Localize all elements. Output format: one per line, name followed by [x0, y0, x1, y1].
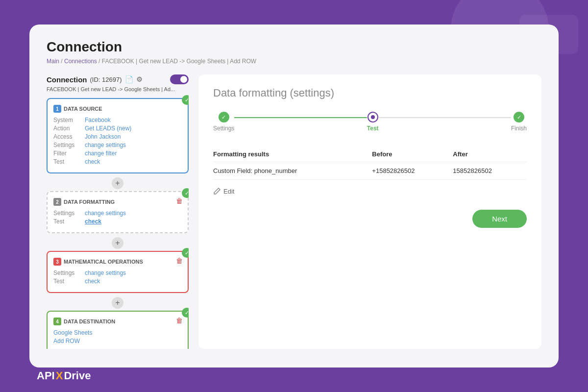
block-data-formatting: 2 DATA FORMATTING Settings change settin…	[47, 191, 189, 233]
gear-icon[interactable]: ⚙	[136, 75, 143, 83]
breadcrumb-current: FACEBOOK | Get new LEAD -> Google Sheets…	[102, 58, 256, 65]
left-panel: Connection (ID: 12697) 📄 ⚙ FACEBOOK | Ge…	[47, 74, 189, 349]
connection-subtitle: FACEBOOK | Get new LEAD -> Google Sheets…	[47, 86, 189, 92]
df-delete[interactable]: 🗑	[176, 197, 183, 205]
block-title-1: DATA SOURCE	[64, 106, 102, 112]
df-test[interactable]: check	[85, 218, 101, 225]
dd-system[interactable]: Google Sheets	[53, 329, 92, 336]
mo-delete[interactable]: 🗑	[176, 257, 183, 265]
add-btn-2[interactable]: +	[112, 237, 123, 249]
mo-status: ✓	[182, 248, 189, 258]
add-btn-3[interactable]: +	[112, 297, 123, 309]
next-button[interactable]: Next	[472, 210, 527, 228]
row-before: +15852826502	[372, 162, 453, 180]
dd-status: ✓	[182, 308, 189, 318]
page-title: Connection	[47, 39, 541, 55]
block-title-2: DATA FORMATTING	[64, 199, 115, 205]
mo-test[interactable]: check	[85, 278, 100, 285]
block-num-3: 3	[53, 258, 61, 266]
dd-delete[interactable]: 🗑	[176, 317, 183, 324]
right-panel: Data formatting (settings) ✓ Settings Te…	[198, 74, 541, 349]
ds-settings[interactable]: change settings	[85, 142, 126, 148]
stepper: ✓ Settings Test ✓ Finish	[213, 112, 527, 132]
connection-title: Connection	[47, 75, 87, 84]
breadcrumb-main[interactable]: Main	[47, 58, 59, 65]
add-btn-1[interactable]: +	[112, 177, 123, 189]
mo-settings[interactable]: change settings	[85, 270, 126, 276]
ds-test[interactable]: check	[85, 158, 100, 165]
ds-action[interactable]: Get LEADS (new)	[85, 125, 131, 132]
edit-button[interactable]: Edit	[213, 187, 234, 195]
brand-drive: Drive	[64, 369, 91, 382]
block-data-dest: 4 DATA DESTINATION Google Sheets Add ROW…	[47, 311, 189, 349]
df-settings[interactable]: change settings	[85, 210, 126, 217]
panel-title: Data formatting (settings)	[213, 87, 527, 99]
connection-id: (ID: 12697)	[90, 76, 122, 83]
col-header-formatting: Formatting results	[213, 147, 372, 162]
breadcrumb-connections[interactable]: Connections	[64, 58, 97, 65]
doc-icon[interactable]: 📄	[125, 75, 133, 83]
breadcrumb: Main / Connections / FACEBOOK | Get new …	[47, 58, 541, 65]
edit-row: Edit	[213, 187, 527, 195]
brand: API X Drive	[37, 369, 91, 382]
brand-api: API	[37, 369, 55, 382]
content-area: Connection (ID: 12697) 📄 ⚙ FACEBOOK | Ge…	[47, 74, 541, 349]
block-num-2: 2	[53, 198, 61, 206]
block-num-1: 1	[53, 105, 61, 113]
block-title-4: DATA DESTINATION	[64, 318, 115, 324]
col-header-after: After	[453, 147, 527, 162]
step-test: Test	[367, 112, 379, 132]
block-math-ops: 3 MATHEMATICAL OPERATIONS Settings chang…	[47, 251, 189, 293]
results-table: Formatting results Before After Custom F…	[213, 147, 527, 180]
brand-x: X	[56, 369, 63, 382]
pencil-icon	[213, 187, 221, 195]
step-finish: ✓ Finish	[511, 112, 527, 132]
main-card: Connection Main / Connections / FACEBOOK…	[29, 24, 559, 368]
block-title-3: MATHEMATICAL OPERATIONS	[64, 259, 143, 265]
connection-toggle[interactable]	[170, 74, 189, 84]
table-row: Custom Field: phone_number +15852826502 …	[213, 162, 527, 180]
step-settings: ✓ Settings	[213, 112, 234, 132]
row-after: 15852826502	[453, 162, 527, 180]
ds-status: ✓	[182, 95, 189, 105]
block-num-4: 4	[53, 318, 61, 325]
ds-filter[interactable]: change filter	[85, 150, 117, 157]
row-name: Custom Field: phone_number	[213, 162, 372, 180]
dd-action[interactable]: Add ROW	[53, 338, 80, 344]
block-data-source: 1 DATA SOURCE System Facebook Action Get…	[47, 98, 189, 173]
connection-header: Connection (ID: 12697) 📄 ⚙	[47, 74, 189, 84]
ds-access[interactable]: John Jackson	[85, 133, 121, 140]
ds-system[interactable]: Facebook	[85, 117, 111, 123]
df-status: ✓	[182, 188, 189, 198]
col-header-before: Before	[372, 147, 453, 162]
